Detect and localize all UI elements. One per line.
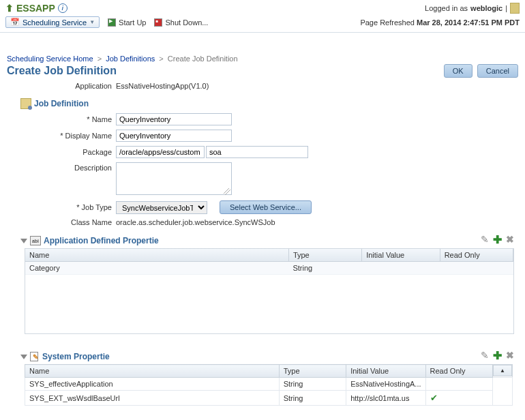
chevron-down-icon: ▼ <box>89 19 95 25</box>
start-up-label: Start Up <box>119 18 146 27</box>
book-icon[interactable] <box>510 3 520 14</box>
display-name-input[interactable] <box>116 130 232 142</box>
col-readonly[interactable]: Read Only <box>440 249 513 262</box>
disclose-icon[interactable] <box>20 239 27 243</box>
cell-type: String <box>279 391 346 406</box>
scheduling-service-menu[interactable]: 📅 Scheduling Service ▼ <box>5 16 100 28</box>
resize-grip-icon[interactable] <box>224 188 230 195</box>
refresh-time: Mar 28, 2014 2:47:51 PM PDT <box>417 18 520 27</box>
table-row[interactable]: SYS_EXT_wsWsdlBaseUrl String http://slc0… <box>25 391 513 406</box>
stop-icon <box>154 18 162 27</box>
job-type-label: Job Type <box>82 203 112 211</box>
app-name-text: ESSAPP <box>16 3 55 14</box>
sys-props-title: System Propertie <box>42 352 110 361</box>
cell-initial: EssNativeHostingA... <box>346 378 425 391</box>
logged-in-prefix: Logged in as <box>425 4 468 12</box>
class-name-value: oracle.as.scheduler.job.webservice.SyncW… <box>116 218 275 226</box>
col-initial[interactable]: Initial Value <box>362 249 440 262</box>
breadcrumb-job-defs[interactable]: Job Definitions <box>106 55 155 63</box>
job-definition-section-title: Job Definition <box>34 99 89 108</box>
cancel-button[interactable]: Cancel <box>477 64 518 78</box>
edit-icon[interactable]: ✎ <box>481 234 489 245</box>
table-row[interactable]: SYS_effectiveApplication String EssNativ… <box>25 378 513 391</box>
cell-initial: http://slc01mta.us <box>346 391 425 406</box>
class-name-label: Class Name <box>26 218 116 226</box>
check-icon: ✔ <box>430 393 438 403</box>
add-icon[interactable]: ✚ <box>493 233 502 246</box>
edit-icon[interactable]: ✎ <box>481 350 489 361</box>
job-definition-icon <box>20 98 31 109</box>
system-properties-icon <box>30 352 40 361</box>
delete-icon[interactable]: ✖ <box>506 234 514 245</box>
breadcrumb-home[interactable]: Scheduling Service Home <box>7 55 93 63</box>
app-props-title: Application Defined Propertie <box>44 236 159 245</box>
app-props-table: Name Type Initial Value Read Only Catego… <box>25 248 514 334</box>
job-type-select[interactable]: SyncWebserviceJobType <box>116 201 207 214</box>
scrollbar-track[interactable] <box>493 378 513 406</box>
application-value: EssNativeHostingApp(V1.0) <box>116 82 209 90</box>
breadcrumb-current: Create Job Definition <box>168 55 238 63</box>
description-textarea[interactable] <box>116 162 232 195</box>
display-name-label: Display Name <box>65 132 112 140</box>
package-input-1[interactable] <box>116 146 205 158</box>
info-icon[interactable]: i <box>58 3 68 13</box>
col-name[interactable]: Name <box>25 249 288 262</box>
cell-name: SYS_effectiveApplication <box>25 378 280 391</box>
breadcrumb: Scheduling Service Home > Job Definition… <box>7 55 518 63</box>
cell-initial <box>362 262 440 275</box>
cell-type: String <box>279 378 346 391</box>
login-info: Logged in as weblogic | <box>425 3 520 14</box>
col-readonly[interactable]: Read Only <box>425 365 492 378</box>
app-title: ⬆ ESSAPP i <box>5 3 68 14</box>
page-title: Create Job Definition <box>7 65 117 77</box>
shut-down-label: Shut Down... <box>165 18 208 27</box>
ok-button[interactable]: OK <box>444 64 472 78</box>
play-icon <box>108 18 116 27</box>
scheduling-service-label: Scheduling Service <box>22 18 87 27</box>
breadcrumb-sep: > <box>95 55 104 63</box>
cell-readonly <box>440 262 513 275</box>
description-label: Description <box>26 162 116 172</box>
add-icon[interactable]: ✚ <box>493 349 502 362</box>
delete-icon[interactable]: ✖ <box>506 350 514 361</box>
abi-icon: abi <box>30 236 41 245</box>
scheduling-service-icon: 📅 <box>10 18 20 27</box>
cell-readonly: ✔ <box>425 391 492 406</box>
refresh-prefix: Page Refreshed <box>360 18 415 27</box>
cell-readonly <box>425 378 492 391</box>
name-label: Name <box>92 115 112 123</box>
up-arrow-icon: ⬆ <box>5 3 14 14</box>
table-row[interactable]: Category String <box>25 262 513 275</box>
package-input-2[interactable] <box>206 146 308 158</box>
sys-props-table: Name Type Initial Value Read Only ▲ SYS_… <box>25 364 513 406</box>
cell-name: Category <box>25 262 288 275</box>
select-web-service-button[interactable]: Select Web Service... <box>220 200 312 214</box>
name-input[interactable] <box>116 113 232 125</box>
shut-down-button[interactable]: Shut Down... <box>154 18 208 27</box>
breadcrumb-sep: > <box>157 55 165 63</box>
application-label: Application <box>26 82 116 90</box>
col-name[interactable]: Name <box>25 365 280 378</box>
start-up-button[interactable]: Start Up <box>108 18 146 27</box>
disclose-icon[interactable] <box>20 355 27 359</box>
cell-type: String <box>288 262 361 275</box>
col-initial[interactable]: Initial Value <box>346 365 425 378</box>
logged-in-user: weblogic <box>470 4 502 12</box>
scroll-up-button[interactable]: ▲ <box>493 365 512 376</box>
col-type[interactable]: Type <box>288 249 361 262</box>
cell-name: SYS_EXT_wsWsdlBaseUrl <box>25 391 280 406</box>
page-refreshed: Page Refreshed Mar 28, 2014 2:47:51 PM P… <box>360 18 520 27</box>
package-label: Package <box>26 148 116 156</box>
col-type[interactable]: Type <box>279 365 346 378</box>
user-menu-sep: | <box>505 4 507 12</box>
